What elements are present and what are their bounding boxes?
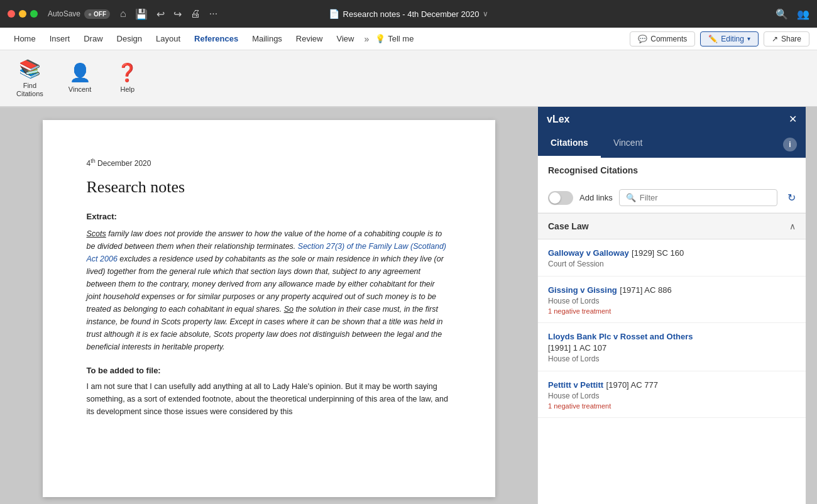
citation-treatment: 1 negative treatment bbox=[548, 402, 796, 410]
lightbulb-icon: 💡 bbox=[375, 34, 385, 43]
editing-button[interactable]: ✏️ Editing ▾ bbox=[700, 31, 759, 47]
menu-insert[interactable]: Insert bbox=[43, 31, 77, 46]
document-area: ⊣ 2 1 1 2 3 4 5 6 7 8 9 10 11 12 13 14 1… bbox=[0, 107, 537, 504]
document-title-heading: Research notes bbox=[87, 178, 451, 197]
citation-court: House of Lords bbox=[548, 297, 796, 305]
tell-me-label: Tell me bbox=[388, 34, 414, 43]
find-citations-label: FindCitations bbox=[16, 82, 43, 98]
citation-item: Galloway v Galloway [1929] SC 160 Court … bbox=[538, 239, 806, 277]
menu-references[interactable]: References bbox=[188, 31, 244, 46]
autosave-state: OFF bbox=[94, 11, 106, 18]
refresh-icon[interactable]: ↻ bbox=[787, 192, 796, 204]
more-icon[interactable]: ··· bbox=[209, 8, 217, 19]
side-tabs: Citations Vincent i bbox=[538, 131, 806, 158]
citation-name[interactable]: Gissing v Gissing bbox=[548, 285, 617, 295]
maximize-button[interactable] bbox=[30, 10, 38, 18]
tobe-label: To be added to file: bbox=[87, 366, 451, 375]
search-icon[interactable]: 🔍 bbox=[776, 8, 788, 20]
menu-design[interactable]: Design bbox=[111, 31, 148, 46]
redo-icon[interactable]: ↪ bbox=[173, 8, 182, 20]
document-tobe-body: I am not sure that I can usefully add an… bbox=[87, 380, 451, 418]
find-citations-button[interactable]: 📚 FindCitations bbox=[10, 55, 50, 102]
citation-name-ref: Galloway v Galloway [1929] SC 160 bbox=[548, 247, 796, 258]
side-panel-body: Recognised Citations Add links 🔍 ↻ Case … bbox=[538, 158, 806, 504]
citation-item: Lloyds Bank Plc v Rosset and Others [199… bbox=[538, 323, 806, 371]
scots-underline: Scots bbox=[87, 229, 106, 238]
citation-name[interactable]: Pettitt v Pettitt bbox=[548, 380, 603, 390]
citation-ref: [1929] SC 160 bbox=[632, 248, 684, 258]
help-icon: ❓ bbox=[116, 62, 138, 83]
share-icon: ↗ bbox=[772, 35, 778, 43]
help-label: Help bbox=[120, 85, 134, 94]
comments-label: Comments bbox=[650, 35, 687, 43]
case-law-section: Case Law ∧ Galloway v Galloway [1929] SC… bbox=[538, 213, 806, 418]
vlex-title: vLex bbox=[547, 114, 569, 125]
title-bar-right: 🔍 👥 bbox=[776, 8, 809, 20]
recognised-citations-header: Recognised Citations bbox=[538, 158, 806, 183]
add-links-label: Add links bbox=[579, 193, 613, 202]
home-icon[interactable]: ⌂ bbox=[120, 8, 126, 19]
side-panel-header: vLex ✕ bbox=[538, 107, 806, 131]
vincent-label: Vincent bbox=[69, 85, 92, 94]
comments-icon: 💬 bbox=[638, 35, 647, 43]
case-law-title: Case Law bbox=[548, 221, 589, 231]
citation-ref: [1970] AC 777 bbox=[606, 380, 658, 390]
citation-name[interactable]: Galloway v Galloway bbox=[548, 248, 629, 258]
minimize-button[interactable] bbox=[19, 10, 26, 18]
pencil-icon: ✏️ bbox=[708, 35, 718, 43]
citation-court: House of Lords bbox=[548, 354, 796, 363]
undo-icon[interactable]: ↩ bbox=[156, 8, 165, 20]
vincent-button[interactable]: 👤 Vincent bbox=[62, 58, 98, 97]
citation-name[interactable]: Lloyds Bank Plc v Rosset and Others bbox=[548, 332, 693, 341]
tab-vincent[interactable]: Vincent bbox=[601, 131, 655, 158]
add-links-row: Add links 🔍 ↻ bbox=[538, 183, 806, 213]
act-link[interactable]: Section 27(3) of the Family Law (Scotlan… bbox=[87, 242, 447, 263]
filter-input[interactable] bbox=[640, 193, 770, 202]
document-page: 4th December 2020 Research notes Extract… bbox=[43, 120, 495, 497]
close-button[interactable] bbox=[8, 10, 15, 18]
people-icon[interactable]: 👥 bbox=[797, 8, 809, 20]
menu-layout[interactable]: Layout bbox=[150, 31, 187, 46]
filter-input-container: 🔍 bbox=[619, 189, 777, 206]
help-button[interactable]: ❓ Help bbox=[110, 58, 145, 97]
tell-me-area[interactable]: 💡 Tell me bbox=[375, 34, 414, 43]
case-law-chevron-icon: ∧ bbox=[789, 221, 796, 231]
editing-label: Editing bbox=[721, 35, 744, 43]
document-title: 📄 Research notes - 4th December 2020 ∨ bbox=[329, 9, 489, 19]
info-icon[interactable]: i bbox=[783, 138, 797, 151]
share-button[interactable]: ↗ Share bbox=[764, 31, 809, 47]
side-close-button[interactable]: ✕ bbox=[789, 113, 797, 125]
save-icon[interactable]: 💾 bbox=[135, 8, 148, 20]
citation-ref: [1991] 1 AC 107 bbox=[548, 343, 606, 353]
comments-button[interactable]: 💬 Comments bbox=[630, 31, 695, 47]
side-panel: vLex ✕ Citations Vincent i Recognised Ci… bbox=[537, 107, 806, 504]
menu-mailings[interactable]: Mailings bbox=[246, 31, 288, 46]
add-links-toggle[interactable] bbox=[548, 191, 573, 205]
toggle-knob bbox=[549, 192, 561, 204]
menu-home[interactable]: Home bbox=[8, 31, 42, 46]
menu-view[interactable]: View bbox=[330, 31, 360, 46]
autosave-toggle[interactable]: ● OFF bbox=[84, 9, 110, 19]
print-icon[interactable]: 🖨 bbox=[190, 8, 200, 19]
share-label: Share bbox=[781, 35, 801, 43]
menu-bar: Home Insert Draw Design Layout Reference… bbox=[0, 28, 817, 50]
chevron-down-icon: ▾ bbox=[747, 35, 750, 42]
tab-citations[interactable]: Citations bbox=[538, 131, 601, 158]
menu-bar-right: 💬 Comments ✏️ Editing ▾ ↗ Share bbox=[630, 31, 809, 47]
extract-label: Extract: bbox=[87, 212, 451, 221]
document-extract-body: Scots family law does not provide the an… bbox=[87, 227, 451, 353]
side-tab-info: i bbox=[774, 131, 806, 158]
more-menus-icon[interactable]: » bbox=[364, 34, 369, 44]
citation-treatment: 1 negative treatment bbox=[548, 307, 796, 315]
menu-draw[interactable]: Draw bbox=[77, 31, 109, 46]
autosave-area: AutoSave ● OFF bbox=[48, 9, 110, 19]
citation-name-ref: Gissing v Gissing [1971] AC 886 bbox=[548, 284, 796, 295]
ruler: ⊣ 2 1 1 2 3 4 5 6 7 8 9 10 11 12 13 14 1… bbox=[0, 107, 537, 107]
citation-ref: [1971] AC 886 bbox=[620, 285, 671, 295]
case-law-header[interactable]: Case Law ∧ bbox=[538, 214, 806, 239]
filter-search-icon: 🔍 bbox=[626, 193, 636, 202]
citation-item: Gissing v Gissing [1971] AC 886 House of… bbox=[538, 277, 806, 323]
citation-name-ref: Pettitt v Pettitt [1970] AC 777 bbox=[548, 379, 796, 390]
citation-item: Pettitt v Pettitt [1970] AC 777 House of… bbox=[538, 371, 806, 418]
menu-review[interactable]: Review bbox=[290, 31, 329, 46]
